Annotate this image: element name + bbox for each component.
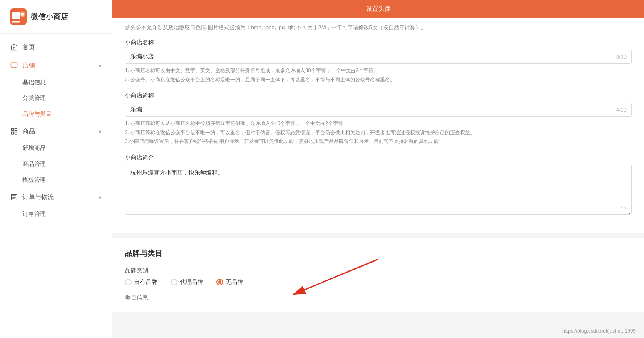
order-subnav: 订单管理 [0, 206, 112, 222]
brand-type-label: 品牌类别 [125, 267, 632, 274]
nav-home-label: 首页 [22, 43, 35, 51]
brand-category-section: 品牌与类目 品牌类别 自有品牌 代理品牌 无品牌 [112, 238, 644, 312]
brand-section-title: 品牌与类目 [125, 248, 632, 258]
radio-no-brand-label: 无品牌 [226, 278, 243, 286]
logo-icon [10, 8, 27, 25]
shop-abbr-hint-2: 2. 小商店简称在微信公众平台是不唯一的，可以重名，但对于仿冒、侵权等恶意情况，… [125, 128, 632, 138]
shop-abbr-input-wrap: 4/10 [125, 103, 632, 117]
store-icon [10, 61, 18, 70]
goods-subnav: 新增商品 商品管理 模板管理 [0, 140, 112, 188]
nav-home[interactable]: 首页 [0, 38, 112, 56]
goods-chevron: ∨ [98, 128, 102, 134]
main-content: 设置头像 新头像不允许涉及政治敏感与色情.图片格式必须为：bmp, jpeg, … [112, 0, 644, 338]
radio-own-brand-circle [125, 279, 132, 285]
home-icon [10, 43, 18, 51]
radio-no-brand-circle [216, 279, 223, 285]
store-subnav: 基础信息 分类管理 品牌与类目 [0, 75, 112, 122]
radio-agent-brand[interactable]: 代理品牌 [171, 278, 203, 286]
shop-intro-textarea[interactable]: 杭州乐编官方小商店，快乐学编程。 [125, 165, 632, 215]
shop-abbr-hint-1: 1. 小商店简称可以从小商店名称中按顺序截取字符创建，允许输入4-10个字符，一… [125, 119, 632, 128]
radio-own-brand[interactable]: 自有品牌 [125, 278, 157, 286]
svg-rect-10 [15, 128, 17, 130]
shop-name-count: 8/30 [616, 54, 627, 60]
svg-line-18 [293, 259, 378, 295]
subnav-brand-category[interactable]: 品牌与类目 [22, 106, 112, 122]
svg-rect-12 [15, 132, 17, 134]
order-chevron: ∨ [98, 194, 102, 200]
shop-intro-textarea-wrap: 杭州乐编官方小商店，快乐学编程。 16 [125, 165, 632, 216]
watermark: https://blog.csdn.net/jushu...1999 [562, 328, 636, 334]
nav-goods-label: 商品 [22, 128, 35, 135]
shop-abbr-hint-3: 3.小商店简称设置后，将在客户端任务栏向用户展示。开发者可以凭借此功能，更好地实… [125, 137, 632, 146]
shop-name-input[interactable] [125, 50, 632, 64]
category-label: 类目信息 [125, 294, 632, 302]
shop-abbr-group: 小商店简称 4/10 1. 小商店简称可以从小商店名称中按顺序截取字符创建，允许… [125, 92, 632, 146]
nav-order[interactable]: 订单与物流 ∨ [0, 188, 112, 206]
svg-rect-1 [12, 12, 20, 19]
nav-store[interactable]: 店铺 ∨ [0, 56, 112, 75]
subnav-template-mgmt[interactable]: 模板管理 [22, 172, 112, 188]
subnav-category-mgmt[interactable]: 分类管理 [22, 90, 112, 106]
order-icon [10, 193, 18, 201]
sidebar-title: 微信小商店 [31, 12, 68, 22]
subnav-add-goods[interactable]: 新增商品 [22, 140, 112, 156]
set-avatar-bar: 设置头像 [112, 0, 644, 18]
svg-rect-9 [11, 128, 13, 130]
radio-agent-brand-label: 代理品牌 [180, 278, 203, 286]
shop-name-hint-1: 1. 小商店名称可以由中文、数字、英文、空格及部分特殊符号组成，最多允许输入30… [125, 66, 632, 75]
subnav-goods-mgmt[interactable]: 商品管理 [22, 156, 112, 172]
shop-name-group: 小商店名称 8/30 1. 小商店名称可以由中文、数字、英文、空格及部分特殊符号… [125, 39, 632, 84]
svg-point-3 [21, 13, 24, 16]
shop-abbr-input[interactable] [125, 103, 632, 117]
shop-intro-group: 小商店简介 杭州乐编官方小商店，快乐学编程。 16 [125, 154, 632, 216]
subnav-order-mgmt[interactable]: 订单管理 [22, 206, 112, 222]
svg-rect-11 [11, 132, 13, 134]
radio-own-brand-label: 自有品牌 [134, 278, 157, 286]
shop-abbr-label: 小商店简称 [125, 92, 632, 99]
shop-intro-count: 16 [621, 205, 627, 212]
avatar-note: 新头像不允许涉及政治敏感与色情.图片格式必须为：bmp, jpeg, jpg, … [125, 24, 632, 39]
shop-abbr-count: 4/10 [616, 107, 627, 113]
basic-info-section: 新头像不允许涉及政治敏感与色情.图片格式必须为：bmp, jpeg, jpg, … [112, 18, 644, 233]
svg-rect-5 [11, 63, 17, 67]
shop-abbr-hint: 1. 小商店简称可以从小商店名称中按顺序截取字符创建，允许输入4-10个字符，一… [125, 119, 632, 146]
radio-agent-brand-circle [171, 279, 177, 285]
nav-goods[interactable]: 商品 ∨ [0, 122, 112, 140]
goods-icon [10, 127, 18, 135]
nav-order-label: 订单与物流 [22, 193, 54, 201]
subnav-basic-info[interactable]: 基础信息 [22, 75, 112, 90]
nav-store-label: 店铺 [22, 62, 35, 70]
shop-name-hint-2: 2. 公众号、小商店在微信公众平台上的名称是唯一的，且属于同一主体下，可以重名，… [125, 75, 632, 85]
brand-radio-group: 自有品牌 代理品牌 无品牌 [125, 278, 632, 286]
sidebar: 微信小商店 首页 店铺 ∨ 基础信息 分类管理 品牌与类目 商 [0, 0, 112, 338]
shop-name-input-wrap: 8/30 [125, 50, 632, 64]
store-chevron: ∨ [98, 63, 102, 68]
shop-name-label: 小商店名称 [125, 39, 632, 46]
sidebar-logo: 微信小商店 [0, 0, 112, 34]
radio-no-brand[interactable]: 无品牌 [216, 278, 243, 286]
sidebar-nav: 首页 店铺 ∨ 基础信息 分类管理 品牌与类目 商品 ∨ 新增商品 商品管理 模… [0, 34, 112, 338]
shop-name-hint: 1. 小商店名称可以由中文、数字、英文、空格及部分特殊符号组成，最多允许输入30… [125, 66, 632, 84]
shop-intro-label: 小商店简介 [125, 154, 632, 161]
